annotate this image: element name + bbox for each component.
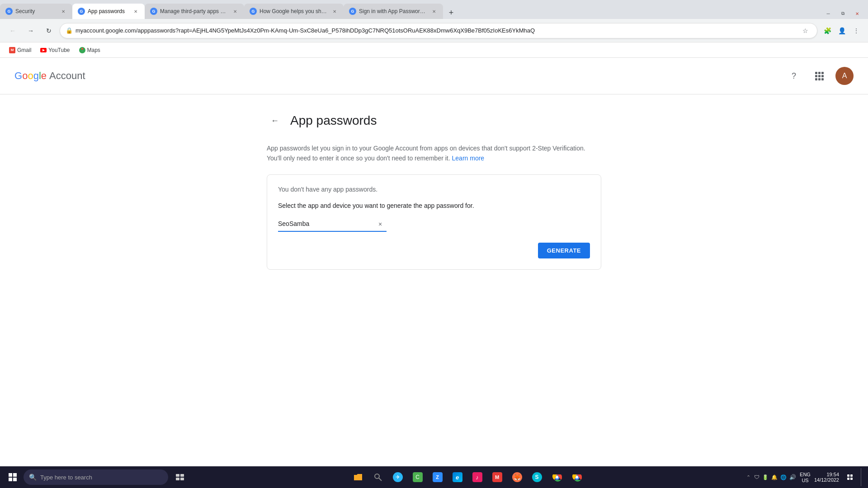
action-center-button[interactable]: [843, 470, 857, 484]
network-security-icon[interactable]: 🛡: [754, 474, 760, 480]
url-bar[interactable]: 🔒 myaccount.google.com/apppasswords?rapt…: [60, 23, 817, 38]
taskbar-itunes[interactable]: ♪: [468, 468, 486, 486]
apps-grid-icon: [815, 71, 824, 80]
minimize-button[interactable]: ─: [823, 8, 834, 19]
taskbar-camtasia[interactable]: C: [409, 468, 427, 486]
window-controls: ─ ⧉ ✕: [817, 8, 868, 19]
page-title: App passwords: [290, 113, 377, 128]
svg-rect-14: [180, 474, 184, 477]
bookmark-maps-icon: 📍: [79, 47, 85, 53]
tab-close-sign-in[interactable]: ✕: [430, 8, 438, 15]
network-icon[interactable]: 🌐: [780, 474, 787, 480]
tab-close-how-google[interactable]: ✕: [331, 8, 338, 15]
tab-manage-apps[interactable]: G Manage third-party apps & serv... ✕: [145, 4, 244, 19]
chrome-icon-2: [572, 472, 582, 482]
chrome-icon-1: [552, 472, 562, 482]
svg-rect-9: [9, 473, 12, 477]
header-actions: ? A: [785, 67, 854, 85]
user-avatar[interactable]: A: [835, 67, 854, 85]
taskbar-notification-icon[interactable]: 🔔: [771, 474, 778, 480]
taskbar-search-app[interactable]: [369, 468, 387, 486]
zoom-icon: Z: [433, 472, 443, 482]
taskbar-lang-region[interactable]: ENG US: [800, 472, 811, 483]
svg-rect-15: [176, 478, 179, 480]
taskbar-telegram[interactable]: ✈: [389, 468, 407, 486]
app-name-input[interactable]: [278, 216, 387, 232]
tab-sign-in[interactable]: G Sign in with App Passwords - Go... ✕: [344, 4, 443, 19]
tab-close-security[interactable]: ✕: [60, 8, 67, 15]
svg-rect-13: [176, 474, 179, 477]
search-app-icon: [373, 473, 382, 482]
show-hidden-icons-button[interactable]: ⌃: [746, 474, 750, 480]
taskbar-firefox[interactable]: 🦊: [508, 468, 526, 486]
svg-rect-11: [9, 478, 12, 481]
back-nav-button[interactable]: ←: [267, 113, 283, 129]
account-logo-text: Account: [49, 70, 85, 82]
tab-close-app-passwords[interactable]: ✕: [132, 8, 139, 15]
app-name-field-container: ×: [278, 216, 387, 232]
bookmark-gmail[interactable]: M Gmail: [5, 45, 35, 55]
tab-title-manage-apps: Manage third-party apps & serv...: [160, 8, 229, 14]
battery-icon[interactable]: 🔋: [762, 474, 769, 480]
svg-rect-1: [818, 72, 821, 74]
clear-icon: ×: [378, 221, 382, 228]
bookmark-youtube[interactable]: ▶ YouTube: [37, 45, 73, 55]
tab-app-passwords[interactable]: G App passwords ✕: [72, 4, 145, 19]
address-bar: ← → ↻ 🔒 myaccount.google.com/apppassword…: [0, 19, 868, 42]
extensions-button[interactable]: 🧩: [821, 24, 834, 37]
google-account-logo[interactable]: Google Account: [14, 70, 85, 82]
close-button[interactable]: ✕: [852, 8, 863, 19]
bookmark-star-icon[interactable]: ☆: [799, 24, 811, 37]
bookmark-maps[interactable]: 📍 Maps: [75, 45, 104, 55]
skype-icon: S: [532, 472, 542, 482]
svg-rect-2: [821, 72, 824, 74]
taskbar-edge[interactable]: e: [448, 468, 467, 486]
profile-button[interactable]: 👤: [835, 24, 848, 37]
taskbar-zoom[interactable]: Z: [429, 468, 447, 486]
taskbar-chrome-1[interactable]: [548, 468, 566, 486]
action-center-icon: [847, 474, 853, 480]
edge-icon: e: [453, 472, 462, 482]
clear-input-button[interactable]: ×: [376, 220, 385, 229]
taskbar-clock[interactable]: 19:54 14/12/2022: [814, 472, 839, 483]
tab-favicon-app-passwords: G: [78, 8, 85, 15]
restore-button[interactable]: ⧉: [837, 8, 848, 19]
start-button[interactable]: [4, 468, 22, 486]
secure-icon: 🔒: [66, 27, 73, 34]
task-view-button[interactable]: [172, 469, 188, 485]
svg-point-17: [375, 474, 379, 479]
svg-rect-0: [815, 72, 817, 74]
reload-button[interactable]: ↻: [42, 23, 56, 38]
forward-button[interactable]: →: [24, 23, 38, 38]
learn-more-link[interactable]: Learn more: [452, 155, 485, 162]
back-button[interactable]: ←: [5, 23, 20, 38]
taskbar-file-explorer[interactable]: [349, 468, 367, 486]
bookmark-youtube-icon: ▶: [40, 48, 47, 52]
bookmark-maps-label: Maps: [87, 47, 100, 53]
task-view-icon: [176, 474, 184, 480]
tab-favicon-manage-apps: G: [150, 8, 157, 15]
svg-rect-26: [850, 478, 853, 480]
bookmark-gmail-icon: M: [9, 47, 15, 53]
new-tab-button[interactable]: +: [445, 6, 458, 19]
taskbar-chrome-2[interactable]: [568, 468, 586, 486]
generate-button[interactable]: GENERATE: [538, 243, 590, 258]
taskbar-mantis[interactable]: M: [488, 468, 506, 486]
taskbar-skype[interactable]: S: [528, 468, 546, 486]
tab-close-manage-apps[interactable]: ✕: [231, 8, 239, 15]
tab-security[interactable]: G Security ✕: [0, 4, 72, 19]
taskbar-search-bar[interactable]: 🔍 Type here to search: [24, 469, 168, 485]
page-content: Google Account ?: [0, 58, 868, 488]
menu-button[interactable]: ⋮: [850, 24, 863, 37]
help-icon-button[interactable]: ?: [785, 67, 803, 85]
svg-rect-12: [13, 478, 17, 481]
select-instruction-text: Select the app and device you want to ge…: [278, 202, 590, 209]
svg-rect-16: [180, 478, 184, 480]
clock-time: 19:54: [814, 472, 839, 477]
tab-how-google[interactable]: G How Google helps you share dat... ✕: [244, 4, 344, 19]
volume-icon[interactable]: 🔊: [789, 474, 796, 480]
taskbar-right: ⌃ 🛡 🔋 🔔 🌐 🔊 ENG US 19:54 14/12/2022: [746, 468, 864, 486]
apps-icon-button[interactable]: [810, 67, 828, 85]
back-arrow-icon: ←: [271, 116, 279, 126]
show-desktop-button[interactable]: [861, 468, 864, 486]
